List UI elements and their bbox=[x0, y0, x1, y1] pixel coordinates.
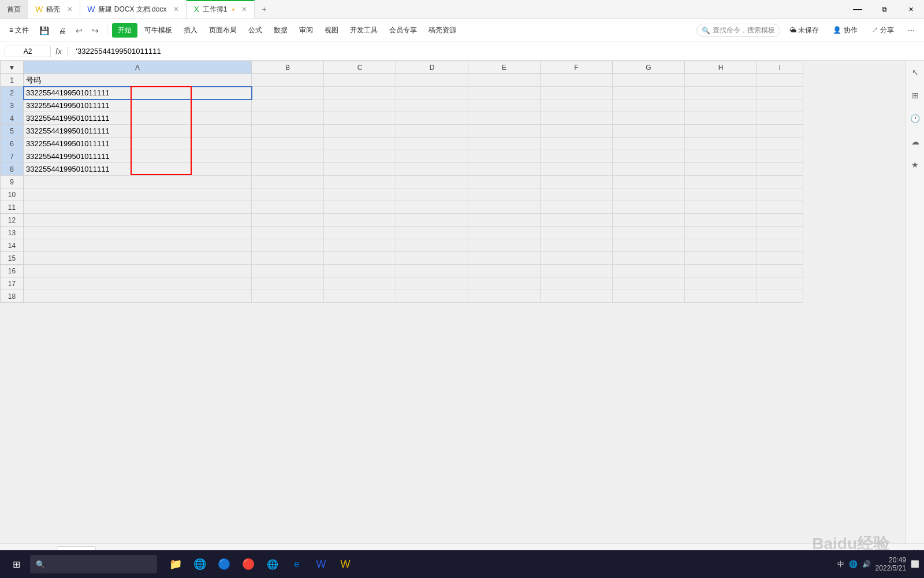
cell-G5[interactable] bbox=[613, 125, 685, 138]
cell-H1[interactable] bbox=[685, 74, 757, 87]
tab-docx[interactable]: W 新建 DOCX 文档.docx ✕ bbox=[80, 0, 187, 18]
taskbar-edge[interactable]: e bbox=[285, 553, 308, 576]
cell-B2[interactable] bbox=[252, 87, 324, 99]
cell-I17[interactable] bbox=[757, 277, 803, 290]
cell-I5[interactable] bbox=[757, 125, 803, 138]
tab-sheet[interactable]: X 工作簿1 ● ✕ bbox=[187, 0, 255, 18]
clock-icon[interactable]: 🕐 bbox=[908, 112, 922, 125]
cell-F11[interactable] bbox=[541, 201, 613, 214]
cell-I12[interactable] bbox=[757, 214, 803, 227]
view-menu-button[interactable]: 视图 bbox=[320, 23, 343, 38]
cell-I16[interactable] bbox=[757, 265, 803, 277]
cell-H6[interactable] bbox=[685, 138, 757, 150]
cell-E8[interactable] bbox=[468, 163, 541, 176]
cell-I8[interactable] bbox=[757, 163, 803, 176]
cell-C2[interactable] bbox=[324, 87, 396, 99]
cell-C4[interactable] bbox=[324, 112, 396, 125]
cell-A14[interactable] bbox=[24, 239, 252, 252]
cell-C10[interactable] bbox=[324, 188, 396, 201]
layout-icon[interactable]: ⊞ bbox=[908, 88, 922, 102]
cell-F1[interactable] bbox=[541, 74, 613, 87]
cell-B8[interactable] bbox=[252, 163, 324, 176]
cell-F8[interactable] bbox=[541, 163, 613, 176]
docx-close[interactable]: ✕ bbox=[173, 5, 179, 13]
member-menu-button[interactable]: 会员专享 bbox=[385, 23, 422, 38]
cell-E11[interactable] bbox=[468, 201, 541, 214]
cell-A18[interactable] bbox=[24, 290, 252, 303]
cell-G11[interactable] bbox=[613, 201, 685, 214]
insert-menu-button[interactable]: 插入 bbox=[179, 23, 202, 38]
cell-I14[interactable] bbox=[757, 239, 803, 252]
taskbar-word[interactable]: W bbox=[310, 553, 333, 576]
cell-I7[interactable] bbox=[757, 150, 803, 163]
cell-C5[interactable] bbox=[324, 125, 396, 138]
cell-C3[interactable] bbox=[324, 99, 396, 112]
cell-D6[interactable] bbox=[396, 138, 468, 150]
cell-B5[interactable] bbox=[252, 125, 324, 138]
cell-H18[interactable] bbox=[685, 290, 757, 303]
cell-D7[interactable] bbox=[396, 150, 468, 163]
cell-A4[interactable]: 33225544199501011111 bbox=[24, 112, 252, 125]
cell-C16[interactable] bbox=[324, 265, 396, 277]
cell-H2[interactable] bbox=[685, 87, 757, 99]
cell-E18[interactable] bbox=[468, 290, 541, 303]
cell-E4[interactable] bbox=[468, 112, 541, 125]
taskbar-app4[interactable]: 🔴 bbox=[237, 553, 260, 576]
cursor-icon[interactable]: ↖ bbox=[908, 65, 922, 79]
cell-B17[interactable] bbox=[252, 277, 324, 290]
cell-B1[interactable] bbox=[252, 74, 324, 87]
cell-I13[interactable] bbox=[757, 227, 803, 239]
cell-B4[interactable] bbox=[252, 112, 324, 125]
cell-C15[interactable] bbox=[324, 252, 396, 265]
cell-B14[interactable] bbox=[252, 239, 324, 252]
row-number-18[interactable]: 18 bbox=[1, 290, 24, 303]
taskbar-wps[interactable]: W bbox=[334, 553, 357, 576]
cell-F15[interactable] bbox=[541, 252, 613, 265]
cell-A8[interactable]: 33225544199501011111 bbox=[24, 163, 252, 176]
cell-F6[interactable] bbox=[541, 138, 613, 150]
cell-B16[interactable] bbox=[252, 265, 324, 277]
cell-H9[interactable] bbox=[685, 176, 757, 188]
cell-A11[interactable] bbox=[24, 201, 252, 214]
redo-icon[interactable]: ↪ bbox=[88, 24, 102, 38]
cell-D5[interactable] bbox=[396, 125, 468, 138]
cell-E15[interactable] bbox=[468, 252, 541, 265]
cell-B15[interactable] bbox=[252, 252, 324, 265]
cell-G1[interactable] bbox=[613, 74, 685, 87]
cell-D17[interactable] bbox=[396, 277, 468, 290]
share-button[interactable]: ↗ 分享 bbox=[867, 23, 899, 38]
cell-B12[interactable] bbox=[252, 214, 324, 227]
cell-D18[interactable] bbox=[396, 290, 468, 303]
sheet-close[interactable]: ✕ bbox=[241, 5, 247, 13]
taskbar-search[interactable]: 🔍 bbox=[30, 555, 157, 573]
cell-H16[interactable] bbox=[685, 265, 757, 277]
cell-D12[interactable] bbox=[396, 214, 468, 227]
cell-H11[interactable] bbox=[685, 201, 757, 214]
cell-B18[interactable] bbox=[252, 290, 324, 303]
cell-G10[interactable] bbox=[613, 188, 685, 201]
row-number-11[interactable]: 11 bbox=[1, 201, 24, 214]
row-number-4[interactable]: 4 bbox=[1, 112, 24, 125]
cell-E17[interactable] bbox=[468, 277, 541, 290]
formula-menu-button[interactable]: 公式 bbox=[244, 23, 267, 38]
cell-D9[interactable] bbox=[396, 176, 468, 188]
cell-F7[interactable] bbox=[541, 150, 613, 163]
cell-A3[interactable]: 33225544199501011111 bbox=[24, 99, 252, 112]
developer-menu-button[interactable]: 开发工具 bbox=[345, 23, 382, 38]
cell-H7[interactable] bbox=[685, 150, 757, 163]
cell-A5[interactable]: 33225544199501011111 bbox=[24, 125, 252, 138]
cell-A9[interactable] bbox=[24, 176, 252, 188]
col-header-A[interactable]: A bbox=[24, 61, 252, 74]
cell-I18[interactable] bbox=[757, 290, 803, 303]
col-header-D[interactable]: D bbox=[396, 61, 468, 74]
close-button[interactable]: ✕ bbox=[897, 0, 924, 19]
cell-C18[interactable] bbox=[324, 290, 396, 303]
file-menu-button[interactable]: ≡ 文件 bbox=[5, 23, 33, 38]
tab-wps[interactable]: W 稿壳 ✕ bbox=[28, 0, 80, 18]
cell-E12[interactable] bbox=[468, 214, 541, 227]
col-header-H[interactable]: H bbox=[685, 61, 757, 74]
cell-A2[interactable]: 33225544199501011111! bbox=[24, 87, 252, 99]
cell-B13[interactable] bbox=[252, 227, 324, 239]
cell-F4[interactable] bbox=[541, 112, 613, 125]
cell-G13[interactable] bbox=[613, 227, 685, 239]
